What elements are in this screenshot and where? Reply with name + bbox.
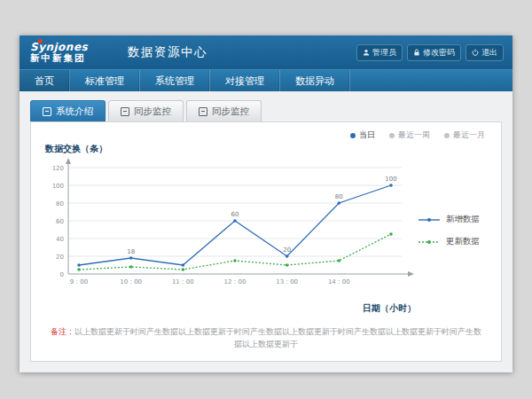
chart-panel: 当日 最近一周 最近一月 数据交换（条） 0204060801001209：00…	[30, 121, 502, 362]
svg-text:13：00: 13：00	[276, 278, 298, 286]
legend-dot-icon	[389, 133, 395, 138]
content-area: 系统介绍 同步监控 同步监控 当日 最近一周	[20, 91, 512, 372]
legend-item-updated-data[interactable]: 更新数据	[418, 236, 480, 247]
legend-item-new-data[interactable]: 新增数据	[418, 214, 480, 225]
logout-button-label: 退出	[481, 47, 497, 59]
period-filter-label: 最近一月	[453, 129, 485, 141]
tab-sync-monitor-2[interactable]: 同步监控	[186, 100, 262, 121]
tab-icon	[199, 107, 207, 116]
tab-system-intro[interactable]: 系统介绍	[30, 100, 106, 121]
tab-label: 同步监控	[212, 106, 249, 118]
svg-text:11：00: 11：00	[172, 278, 194, 286]
logo-subtitle: 新中新集团	[30, 53, 115, 64]
tab-icon	[43, 107, 51, 116]
nav-item-connection-mgmt[interactable]: 对接管理	[210, 70, 280, 91]
svg-text:120: 120	[52, 165, 64, 172]
solid-line-sample-icon	[418, 216, 441, 223]
main-nav: 首页 标准管理 系统管理 对接管理 数据异动	[20, 69, 512, 91]
dotted-line-sample-icon	[418, 239, 441, 246]
nav-item-standard-mgmt[interactable]: 标准管理	[70, 70, 140, 91]
logout-button[interactable]: 退出	[466, 44, 504, 61]
footnote: 备注：以上数据更新于时间产生数据以上数据更新于时间产生数据以上数据更新于时间产生…	[43, 321, 489, 352]
page-title: 数据资源中心	[128, 44, 207, 60]
svg-text:60: 60	[231, 211, 239, 218]
legend-dot-icon	[350, 133, 356, 138]
svg-text:20: 20	[56, 254, 64, 261]
footnote-prefix: 备注：	[51, 327, 74, 336]
svg-text:20: 20	[283, 246, 291, 254]
series-label: 新增数据	[446, 214, 480, 225]
app-header: Synjones 新中新集团 数据资源中心 管理员 修改密码	[20, 35, 512, 69]
svg-text:14：00: 14：00	[328, 278, 350, 286]
app-window: Synjones 新中新集团 数据资源中心 管理员 修改密码	[20, 35, 512, 372]
tab-label: 同步监控	[134, 106, 171, 118]
admin-button-label: 管理员	[372, 47, 396, 59]
chart-series-legend: 新增数据 更新数据	[418, 214, 480, 247]
svg-text:80: 80	[56, 200, 64, 207]
nav-item-system-mgmt[interactable]: 系统管理	[140, 70, 210, 91]
svg-text:100: 100	[385, 176, 396, 183]
svg-text:18: 18	[127, 248, 135, 255]
x-axis-title: 日期（小时）	[43, 302, 418, 315]
svg-text:10：00: 10：00	[120, 278, 142, 286]
period-filter-label: 当日	[359, 129, 375, 141]
footnote-text: 以上数据更新于时间产生数据以上数据更新于时间产生数据以上数据更新于时间产生数据以…	[74, 327, 481, 348]
svg-text:60: 60	[56, 218, 64, 225]
legend-dot-icon	[444, 133, 450, 138]
nav-item-home[interactable]: 首页	[20, 70, 70, 91]
series-label: 更新数据	[446, 236, 480, 247]
chart-row: 0204060801001209：0010：0011：0012：0013：001…	[43, 157, 489, 304]
nav-item-data-change[interactable]: 数据异动	[280, 70, 350, 91]
period-filter-last-week[interactable]: 最近一周	[389, 129, 430, 141]
tab-sync-monitor-1[interactable]: 同步监控	[108, 100, 184, 121]
svg-text:100: 100	[52, 183, 64, 190]
tab-label: 系统介绍	[56, 106, 93, 118]
change-password-button[interactable]: 修改密码	[407, 44, 461, 61]
period-filter-last-month[interactable]: 最近一月	[444, 129, 485, 141]
svg-text:9：00: 9：00	[70, 278, 88, 286]
user-icon	[363, 49, 370, 56]
svg-text:12：00: 12：00	[224, 278, 246, 286]
y-axis-title: 数据交换（条）	[45, 143, 489, 155]
period-filter-legend: 当日 最近一周 最近一月	[43, 129, 489, 141]
brand-logo: Synjones 新中新集团	[28, 42, 115, 64]
tab-bar: 系统介绍 同步监控 同步监控	[30, 100, 502, 121]
svg-text:0: 0	[60, 271, 64, 278]
lock-icon	[413, 49, 420, 56]
power-icon	[472, 49, 479, 56]
line-chart: 0204060801001209：0010：0011：0012：0013：001…	[43, 157, 416, 304]
header-actions: 管理员 修改密码 退出	[356, 44, 504, 61]
svg-text:80: 80	[335, 193, 343, 200]
tab-icon	[121, 107, 129, 116]
period-filter-label: 最近一周	[398, 129, 430, 141]
logo-wordmark: Synjones	[30, 42, 115, 53]
svg-text:40: 40	[56, 236, 64, 243]
change-password-button-label: 修改密码	[423, 47, 455, 59]
logo-accent-dot	[38, 39, 43, 43]
period-filter-today[interactable]: 当日	[350, 129, 375, 141]
admin-button[interactable]: 管理员	[356, 44, 403, 61]
